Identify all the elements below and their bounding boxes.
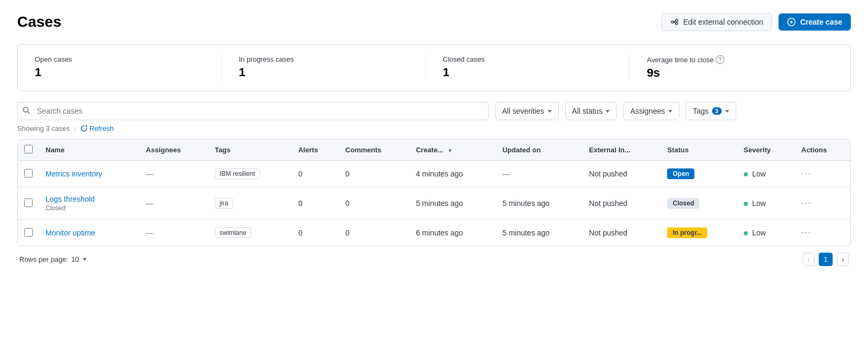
tags-cell-1: IBM resilient <box>208 161 292 187</box>
updated-value: 5 minutes ago <box>503 229 550 237</box>
severity-filter[interactable]: All severities <box>495 102 559 120</box>
sort-icon: ▼ <box>447 148 453 153</box>
assignees-value: — <box>146 170 153 178</box>
svg-point-2 <box>676 23 678 25</box>
refresh-button[interactable]: Refresh <box>80 124 114 132</box>
severity-cell-1: Low <box>737 161 795 187</box>
rows-per-page-label: Rows per page: <box>19 255 68 263</box>
search-icon <box>23 107 30 116</box>
open-cases-label: Open cases <box>35 55 204 63</box>
case-name-link-2[interactable]: Logs threshold <box>46 195 133 203</box>
actions-cell-3: ··· <box>795 220 851 246</box>
tags-count-badge: 3 <box>712 107 722 115</box>
avg-time-stat: Average time to close ? 9s <box>629 55 833 80</box>
next-page-button[interactable]: › <box>837 253 849 266</box>
assignees-cell-3: — <box>139 220 208 246</box>
avg-time-info-icon[interactable]: ? <box>716 55 724 64</box>
case-sub-status: Closed <box>46 204 133 212</box>
tags-filter[interactable]: Tags 3 <box>686 102 736 120</box>
created-cell-2: 5 minutes ago <box>409 187 496 220</box>
alerts-cell-3: 0 <box>292 220 339 246</box>
external-cell-3: Not pushed <box>582 220 661 246</box>
create-case-label: Create case <box>800 18 842 26</box>
search-input[interactable] <box>17 102 489 120</box>
plus-circle-icon <box>787 18 796 26</box>
svg-point-1 <box>676 19 678 21</box>
row-actions-menu-3[interactable]: ··· <box>802 228 812 237</box>
open-cases-value: 1 <box>35 65 204 79</box>
case-name-cell-1: Metrics inventory <box>39 161 139 187</box>
avg-time-value: 9s <box>647 66 816 80</box>
stats-bar: Open cases 1 In progress cases 1 Closed … <box>17 44 851 91</box>
tags-filter-label: Tags <box>693 107 709 115</box>
comments-cell-2: 0 <box>339 187 410 220</box>
svg-point-0 <box>671 21 674 23</box>
prev-page-button[interactable]: ‹ <box>803 253 814 266</box>
col-tags: Tags <box>208 139 292 161</box>
edit-connection-label: Edit external connection <box>683 18 763 26</box>
rows-per-page-chevron-icon <box>83 258 87 261</box>
assignees-value: — <box>146 229 153 237</box>
in-progress-value: 1 <box>239 65 408 79</box>
col-alerts: Alerts <box>292 139 339 161</box>
col-created[interactable]: Create... ▼ <box>409 139 496 161</box>
rows-per-page-control[interactable]: Rows per page: 10 <box>19 255 87 263</box>
assignees-cell-1: — <box>139 161 208 187</box>
updated-cell-2: 5 minutes ago <box>496 187 583 220</box>
sub-toolbar: Showing 3 cases | Refresh <box>17 124 851 132</box>
edit-external-connection-button[interactable]: Edit external connection <box>661 13 772 31</box>
assignees-chevron-icon <box>668 110 672 113</box>
severity-dot-3 <box>744 231 748 235</box>
table-row: Monitor uptime — swimlane 0 0 6 minutes … <box>18 220 850 246</box>
tag-badge: IBM resilient <box>215 168 260 179</box>
closed-cases-label: Closed cases <box>443 55 612 63</box>
closed-cases-value: 1 <box>443 65 612 79</box>
col-assignees: Assignees <box>139 139 208 161</box>
page-1-button[interactable]: 1 <box>819 253 832 266</box>
page-title: Cases <box>17 13 62 31</box>
status-filter[interactable]: All status <box>565 102 617 120</box>
col-updated: Updated on <box>496 139 583 161</box>
open-cases-stat: Open cases 1 <box>35 55 221 80</box>
col-severity: Severity <box>737 139 795 161</box>
severity-text-1: Low <box>752 170 766 178</box>
select-all-checkbox[interactable] <box>24 145 33 153</box>
svg-line-9 <box>28 112 30 114</box>
assignees-filter[interactable]: Assignees <box>623 102 679 120</box>
tag-badge: swimlane <box>215 227 251 238</box>
showing-count-label: Showing 3 cases <box>17 124 70 132</box>
case-name-cell-3: Monitor uptime <box>39 220 139 246</box>
create-case-button[interactable]: Create case <box>779 13 851 31</box>
severity-dot-2 <box>744 202 748 206</box>
status-filter-label: All status <box>572 107 603 115</box>
external-cell-2: Not pushed <box>582 187 661 220</box>
closed-cases-stat: Closed cases 1 <box>425 55 630 80</box>
alerts-cell-1: 0 <box>292 161 339 187</box>
row-actions-menu-1[interactable]: ··· <box>802 169 812 178</box>
row-checkbox-2[interactable] <box>24 198 33 207</box>
in-progress-label: In progress cases <box>239 55 408 63</box>
updated-cell-1: — <box>496 161 583 187</box>
severity-dot-1 <box>744 172 748 176</box>
case-name-link-3[interactable]: Monitor uptime <box>46 229 133 237</box>
row-checkbox-3[interactable] <box>24 228 33 237</box>
tag-badge: jira <box>215 198 233 209</box>
case-name-link-1[interactable]: Metrics inventory <box>46 170 133 178</box>
connection-icon <box>670 18 679 26</box>
row-checkbox-1[interactable] <box>24 169 33 178</box>
created-cell-1: 4 minutes ago <box>409 161 496 187</box>
status-badge-2: Closed <box>667 198 699 209</box>
row-actions-menu-2[interactable]: ··· <box>802 198 812 208</box>
search-box <box>17 102 489 120</box>
updated-cell-3: 5 minutes ago <box>496 220 583 246</box>
in-progress-cases-stat: In progress cases 1 <box>221 55 425 80</box>
assignees-cell-2: — <box>139 187 208 220</box>
col-external: External In... <box>582 139 661 161</box>
comments-cell-3: 0 <box>339 220 410 246</box>
severity-cell-2: Low <box>737 187 795 220</box>
status-chevron-icon <box>605 110 610 113</box>
col-actions: Actions <box>795 139 851 161</box>
status-badge-3: In progr... <box>667 227 707 238</box>
external-cell-1: Not pushed <box>582 161 661 187</box>
severity-text-2: Low <box>752 199 766 208</box>
